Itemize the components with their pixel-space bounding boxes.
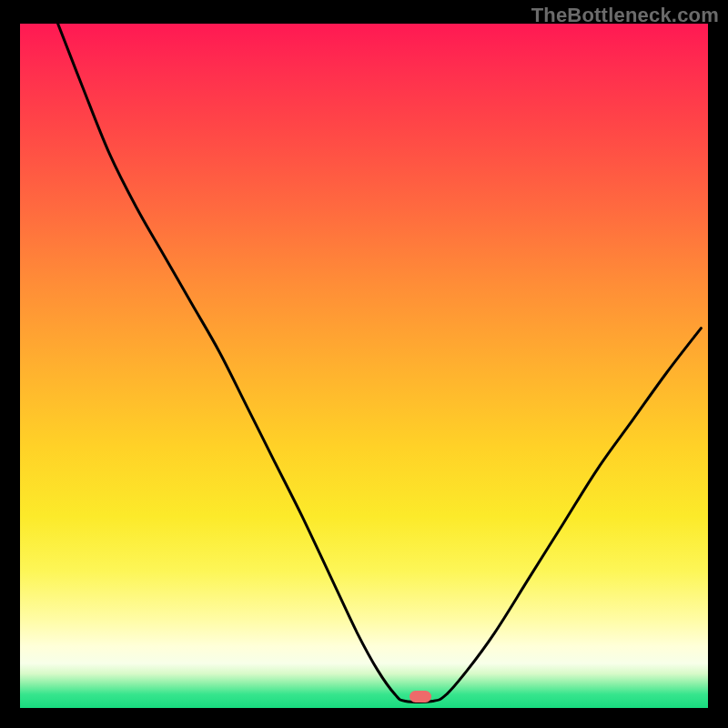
minimum-marker xyxy=(410,691,431,703)
plot-area xyxy=(20,24,708,708)
watermark-text: TheBottleneck.com xyxy=(531,4,719,27)
curve-svg xyxy=(20,24,708,708)
curve-path xyxy=(58,24,702,702)
chart-frame: TheBottleneck.com xyxy=(0,0,728,728)
